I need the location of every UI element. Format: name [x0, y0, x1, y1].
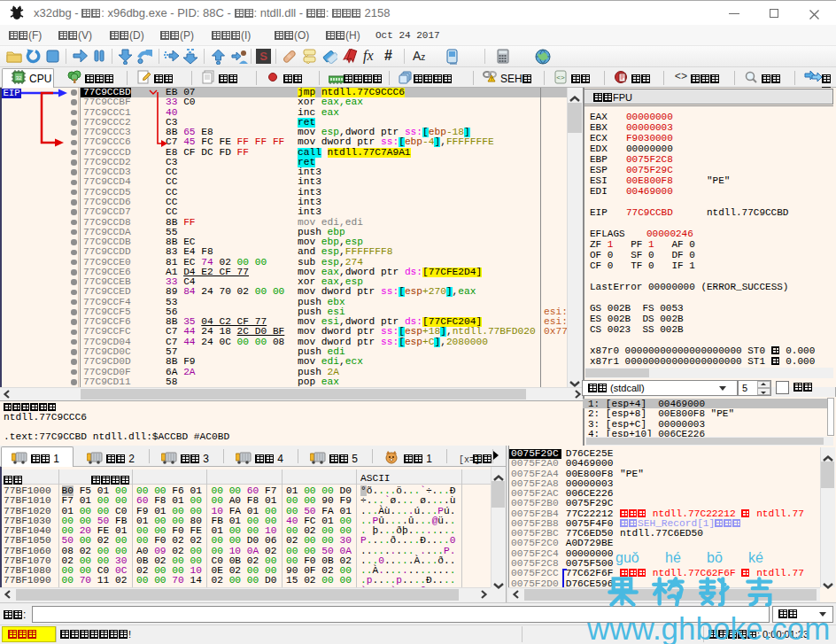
svg-text:<>: <>: [556, 74, 565, 81]
svg-text:<>: <>: [675, 71, 687, 82]
svg-text:32: 32: [16, 75, 22, 81]
